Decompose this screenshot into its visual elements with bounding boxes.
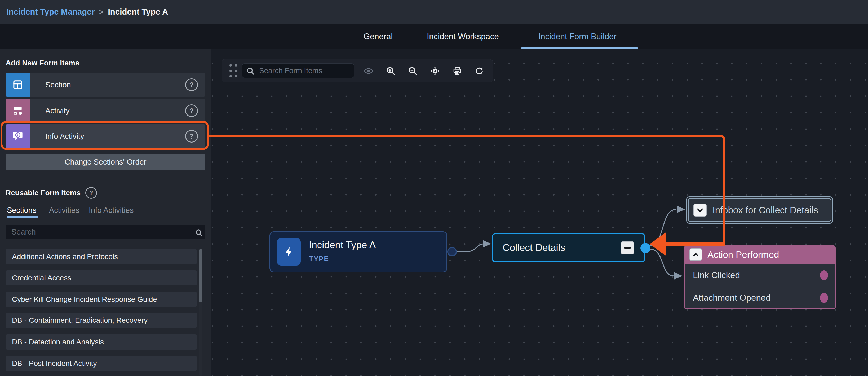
output-port[interactable]: [447, 247, 457, 256]
section-icon: [6, 72, 30, 97]
print-icon[interactable]: [452, 66, 462, 76]
palette-item-label: Activity: [45, 106, 70, 115]
output-port[interactable]: [820, 270, 828, 280]
active-tab-underline: [521, 48, 638, 49]
help-icon[interactable]: ?: [185, 104, 198, 117]
minus-icon[interactable]: [621, 241, 634, 254]
chevron-up-icon[interactable]: [689, 248, 702, 261]
zoom-in-icon[interactable]: [386, 66, 396, 76]
action-row-link-clicked[interactable]: Link Clicked: [685, 264, 835, 286]
info-activity-icon: [6, 124, 30, 148]
list-item[interactable]: Cyber Kill Change Incident Response Guid…: [6, 292, 197, 307]
breadcrumb-current: Incident Type A: [108, 7, 168, 17]
list-item-label: DB - Detection and Analysis: [12, 338, 104, 346]
add-new-form-items-title: Add New Form Items: [6, 59, 79, 67]
palette-item-label: Info Activity: [45, 132, 84, 141]
node-title: Infobox for Collect Details: [712, 205, 818, 215]
top-bar: Incident Type Manager > Incident Type A: [0, 0, 868, 24]
output-port[interactable]: [641, 243, 650, 253]
list-item[interactable]: Additional Actions and Protocols: [6, 249, 197, 264]
list-item[interactable]: DB - Detection and Analysis: [6, 335, 197, 349]
activity-icon: [6, 99, 30, 123]
palette-item-section[interactable]: Section ?: [6, 72, 205, 97]
palette-item-activity[interactable]: Activity ?: [6, 99, 205, 123]
list-item-label: Cyber Kill Change Incident Response Guid…: [12, 295, 157, 304]
breadcrumb-root-link[interactable]: Incident Type Manager: [6, 7, 95, 17]
list-item[interactable]: Credential Access: [6, 270, 197, 285]
reusable-tab-info-activities[interactable]: Info Activities: [89, 204, 133, 216]
zoom-out-icon[interactable]: [408, 66, 418, 76]
canvas-search-input[interactable]: [242, 63, 354, 78]
reusable-tab-activities[interactable]: Activities: [49, 204, 79, 216]
action-row-attachment-opened[interactable]: Attachment Opened: [685, 286, 835, 309]
tab-general[interactable]: General: [364, 24, 393, 49]
list-item[interactable]: DB - Containment, Eradication, Recovery: [6, 313, 197, 328]
action-row-label: Attachment Opened: [693, 293, 771, 303]
node-infobox-for-collect-details[interactable]: Infobox for Collect Details: [686, 196, 833, 224]
change-sections-order-button[interactable]: Change Sections' Order: [6, 154, 205, 170]
help-icon[interactable]: ?: [185, 130, 198, 143]
reusable-active-tab-underline: [7, 216, 38, 218]
tab-incident-workspace[interactable]: Incident Workspace: [427, 24, 499, 49]
toolbar-drag-handle-icon[interactable]: [229, 64, 239, 77]
node-subtitle: TYPE: [309, 255, 329, 263]
fit-view-icon[interactable]: [430, 66, 440, 76]
lightning-icon: [277, 238, 301, 265]
list-item-label: DB - Post Incident Activity: [12, 359, 97, 368]
search-icon: [195, 228, 203, 238]
main-tab-bar: General Incident Workspace Incident Form…: [0, 24, 868, 49]
incident-type-manager-app: Incident Type Manager > Incident Type A …: [0, 0, 868, 376]
chevron-down-icon[interactable]: [693, 203, 707, 217]
palette-item-label: Section: [45, 81, 71, 89]
list-item-label: DB - Containment, Eradication, Recovery: [12, 316, 148, 324]
breadcrumb-separator: >: [99, 7, 104, 17]
action-row-label: Link Clicked: [693, 270, 740, 280]
search-icon: [246, 66, 255, 76]
infobox-inner: Infobox for Collect Details: [688, 198, 831, 222]
eye-icon[interactable]: [364, 66, 374, 76]
help-icon[interactable]: ?: [185, 79, 198, 91]
node-collect-details[interactable]: Collect Details: [492, 233, 645, 262]
refresh-icon[interactable]: [474, 66, 484, 76]
reusable-form-items-title: Reusable Form Items ?: [6, 187, 97, 199]
reusable-tab-sections[interactable]: Sections: [7, 204, 36, 216]
action-performed-body: Link Clicked Attachment Opened: [684, 264, 836, 309]
list-scrollbar-thumb[interactable]: [199, 249, 203, 302]
node-incident-type[interactable]: Incident Type A TYPE: [270, 231, 447, 272]
tab-incident-form-builder[interactable]: Incident Form Builder: [538, 24, 617, 49]
list-item-label: Credential Access: [12, 274, 71, 282]
action-performed-header[interactable]: Action Performed: [684, 245, 836, 264]
list-item[interactable]: DB - Post Incident Activity: [6, 356, 197, 371]
node-action-performed[interactable]: Action Performed Link Clicked Attachment…: [684, 245, 836, 309]
palette-item-info-activity[interactable]: Info Activity ?: [6, 124, 205, 148]
node-title: Collect Details: [503, 242, 565, 253]
output-port[interactable]: [820, 293, 828, 303]
list-item-label: Additional Actions and Protocols: [12, 253, 118, 261]
node-title: Incident Type A: [309, 240, 376, 251]
node-title: Action Performed: [707, 249, 779, 260]
help-icon[interactable]: ?: [85, 187, 97, 199]
reusable-search-input[interactable]: [6, 225, 205, 239]
